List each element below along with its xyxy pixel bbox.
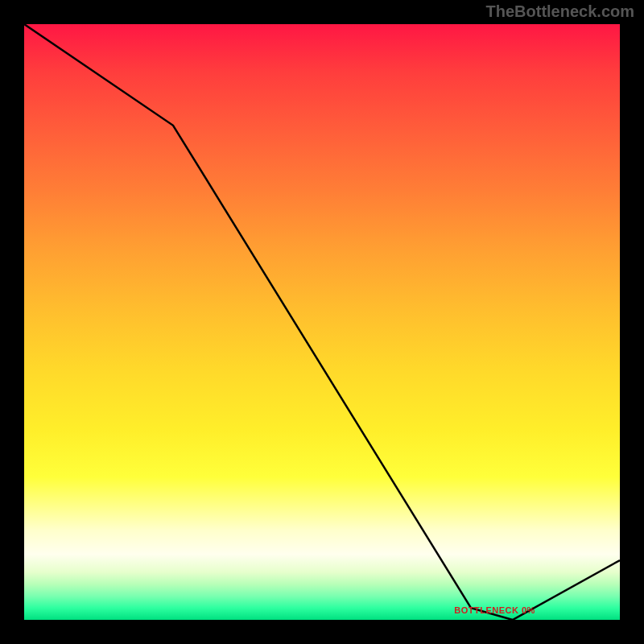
- bottleneck-zero-label: BOTTLENECK 0%: [454, 605, 535, 615]
- chart-plot-area: BOTTLENECK 0%: [24, 24, 620, 620]
- watermark-text: TheBottleneck.com: [486, 2, 634, 21]
- chart-line-svg: [24, 24, 620, 620]
- bottleneck-curve: [24, 24, 620, 620]
